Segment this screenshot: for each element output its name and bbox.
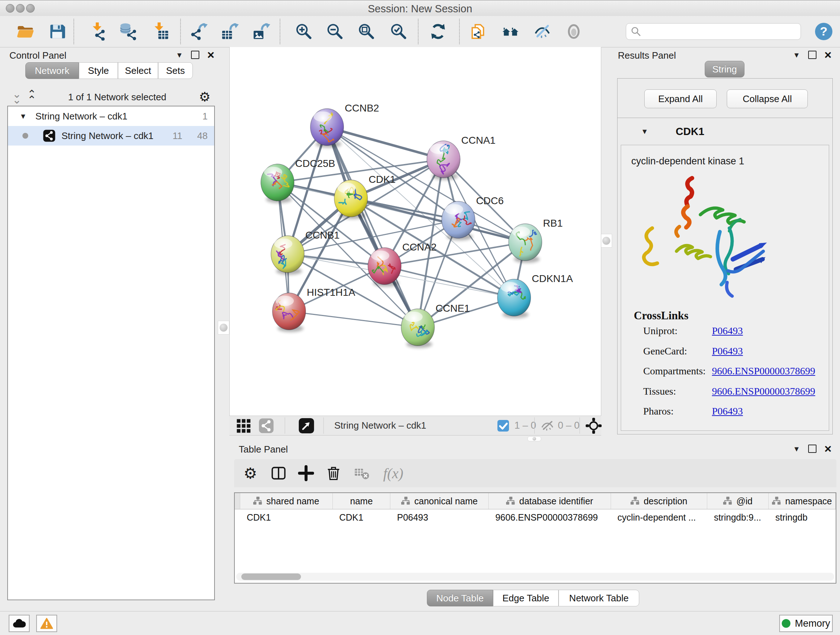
apply-layout-icon[interactable] [428, 21, 448, 42]
crosslinks-title: CrossLinks [634, 309, 688, 322]
open-in-window-icon[interactable] [298, 416, 315, 435]
table-cell[interactable]: CDK1 [333, 509, 391, 525]
right-splitter-handle[interactable] [600, 234, 612, 248]
panel-close-icon[interactable]: × [207, 50, 215, 60]
zoom-selected-icon[interactable] [388, 21, 409, 42]
delete-table-icon[interactable] [352, 463, 371, 483]
function-builder-icon[interactable]: f(x) [379, 463, 408, 483]
network-edge-count: 48 [197, 130, 208, 141]
tab-select[interactable]: Select [118, 62, 158, 79]
panel-menu-icon[interactable]: ▼ [793, 445, 800, 453]
gene-section-header[interactable]: ▼ CDK1 [617, 118, 833, 145]
network-node-CCNB1[interactable]: CCNB1 [271, 230, 340, 275]
table-cell[interactable]: CDK1 [240, 509, 333, 525]
snapshot-icon[interactable] [468, 21, 488, 42]
collapse-all-button[interactable]: Collapse All [727, 89, 808, 108]
import-table-icon[interactable] [150, 21, 171, 42]
panel-close-icon[interactable]: × [824, 50, 832, 60]
tab-string[interactable]: String [705, 61, 745, 78]
import-network-icon[interactable] [88, 21, 108, 42]
table-cell[interactable]: cyclin-dependent ... [611, 509, 707, 525]
hide-details-icon[interactable] [532, 21, 553, 42]
export-network-icon[interactable] [189, 21, 210, 42]
delete-column-icon[interactable] [324, 463, 343, 483]
network-node-CDC25B[interactable]: CDC25B [261, 158, 335, 203]
network-node-HIST1H1A[interactable]: HIST1H1A [272, 287, 355, 332]
panel-menu-icon[interactable]: ▼ [793, 51, 800, 59]
network-node-RB1[interactable]: RB1 [508, 218, 562, 263]
grid-view-icon[interactable] [235, 416, 251, 435]
warnings-button[interactable] [36, 615, 57, 632]
gene-expander-icon[interactable]: ▼ [641, 128, 648, 135]
graphics-details-icon[interactable] [500, 21, 521, 42]
panel-float-icon[interactable] [808, 445, 816, 453]
expand-all-button[interactable]: Expand All [644, 89, 717, 108]
hidden-eye-icon[interactable] [540, 416, 555, 435]
node-table[interactable]: shared namenamecanonical namedatabase id… [234, 492, 836, 584]
tab-node-table[interactable]: Node Table [427, 590, 493, 606]
eye-disabled-icon[interactable] [564, 21, 584, 42]
table-cell[interactable]: stringdb [769, 509, 836, 525]
network-node-CCNB2[interactable]: CCNB2 [310, 103, 379, 148]
network-canvas[interactable]: CCNB2 CCNA1 CDC25B CDK1 CDC6 RB1 CCNB1 [229, 47, 601, 416]
birds-eye-icon[interactable] [585, 416, 602, 435]
table-options-gear-icon[interactable]: ⚙ [240, 463, 260, 483]
tab-style[interactable]: Style [79, 62, 118, 79]
horizontal-scrollbar[interactable] [236, 573, 834, 581]
panel-float-icon[interactable] [191, 51, 199, 59]
tab-network-table[interactable]: Network Table [559, 590, 639, 606]
table-cell[interactable]: 9606.ENSP00000378699 [489, 509, 611, 525]
table-toolbar: ⚙ f(x) [234, 459, 836, 487]
export-image-icon[interactable] [252, 21, 272, 42]
scrollbar-thumb[interactable] [241, 573, 301, 580]
crosslink-link[interactable]: P06493 [712, 405, 743, 417]
selected-checkbox-icon[interactable] [497, 416, 509, 435]
network-collection-row[interactable]: ▼ String Network – cdk1 1 [8, 106, 214, 126]
column-header-databaseidentifier[interactable]: database identifier [489, 493, 611, 509]
collapse-all-icon[interactable]: ⌄⌄ [12, 91, 21, 103]
save-session-icon[interactable] [47, 21, 67, 42]
crosslink-link[interactable]: 9606.ENSP00000378699 [712, 386, 815, 397]
table-cell[interactable]: P06493 [390, 509, 489, 525]
column-header-namespace[interactable]: namespace [769, 493, 836, 509]
tab-sets[interactable]: Sets [158, 62, 193, 79]
crosslink-link[interactable]: P06493 [712, 325, 743, 337]
panel-menu-icon[interactable]: ▼ [176, 51, 183, 59]
left-splitter-handle[interactable] [218, 321, 229, 334]
column-header-id[interactable]: @id [707, 493, 769, 509]
network-node-CCNA1[interactable]: CCNA1 [427, 135, 496, 180]
zoom-out-icon[interactable] [325, 21, 345, 42]
search-input[interactable] [641, 26, 801, 38]
panel-close-icon[interactable]: × [824, 444, 832, 454]
search-box[interactable] [626, 23, 801, 40]
column-header-name[interactable]: name [333, 493, 391, 509]
export-table-icon[interactable] [220, 21, 240, 42]
zoom-fit-icon[interactable] [356, 21, 377, 42]
crosslink-link[interactable]: P06493 [712, 345, 743, 357]
network-node-CCNE1[interactable]: CCNE1 [401, 302, 470, 348]
zoom-in-icon[interactable] [294, 21, 314, 42]
table-row[interactable]: CDK1CDK1P064939606.ENSP00000378699cyclin… [235, 509, 836, 525]
cloud-button[interactable] [9, 615, 30, 632]
show-columns-icon[interactable] [269, 463, 288, 483]
column-header-canonicalname[interactable]: canonical name [390, 493, 489, 509]
panel-float-icon[interactable] [808, 51, 816, 59]
table-cell[interactable]: stringdb:9... [707, 509, 769, 525]
bottom-splitter-handle[interactable] [527, 436, 541, 441]
create-column-icon[interactable] [296, 463, 316, 483]
memory-button[interactable]: Memory [779, 615, 833, 632]
network-node-CDKN1A[interactable]: CDKN1A [497, 273, 573, 318]
network-options-gear-icon[interactable]: ⚙ [199, 90, 210, 103]
open-session-icon[interactable] [15, 21, 35, 42]
help-button[interactable]: ? [814, 22, 833, 41]
network-row[interactable]: String Network – cdk1 11 48 [8, 126, 214, 146]
share-view-icon[interactable] [258, 416, 274, 435]
tab-edge-table[interactable]: Edge Table [493, 590, 559, 606]
import-database-icon[interactable] [118, 21, 139, 42]
collection-expander-icon[interactable]: ▼ [19, 112, 27, 120]
tab-network[interactable]: Network [25, 62, 79, 79]
crosslink-link[interactable]: 9606.ENSP00000378699 [712, 365, 815, 377]
expand-all-icon[interactable]: ⌃⌃ [27, 91, 35, 103]
column-header-sharedname[interactable]: shared name [240, 493, 333, 509]
column-header-description[interactable]: description [611, 493, 707, 509]
